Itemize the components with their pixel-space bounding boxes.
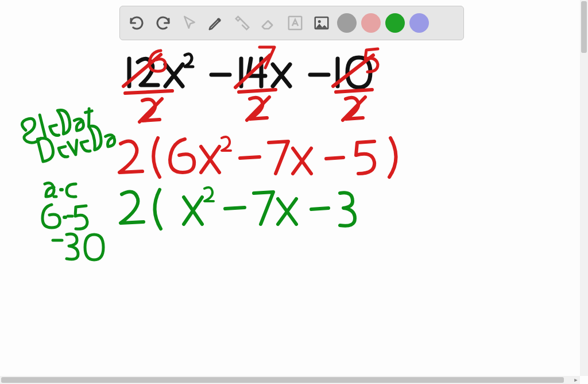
- eraser-tool[interactable]: [258, 12, 280, 34]
- vertical-scroll-thumb[interactable]: [581, 1, 587, 53]
- redo-button[interactable]: [152, 12, 174, 34]
- image-tool[interactable]: [311, 12, 332, 34]
- horizontal-scroll-thumb[interactable]: [1, 377, 564, 383]
- color-gray[interactable]: [337, 13, 357, 33]
- undo-button[interactable]: [126, 12, 148, 34]
- color-purple[interactable]: [409, 13, 429, 33]
- color-pink[interactable]: [361, 13, 381, 33]
- tools-button[interactable]: [231, 12, 253, 34]
- svg-point-2: [318, 20, 321, 23]
- pointer-tool[interactable]: [179, 12, 200, 34]
- whiteboard-canvas[interactable]: [0, 0, 580, 376]
- pencil-tool[interactable]: [205, 12, 227, 34]
- scroll-right-arrow[interactable]: ►: [572, 376, 580, 384]
- handwriting-layer: [0, 0, 580, 376]
- horizontal-scrollbar[interactable]: ◄ ►: [0, 376, 580, 384]
- color-green[interactable]: [385, 13, 405, 33]
- vertical-scrollbar[interactable]: [580, 0, 588, 376]
- text-tool[interactable]: [284, 12, 306, 34]
- drawing-toolbar: [119, 6, 464, 40]
